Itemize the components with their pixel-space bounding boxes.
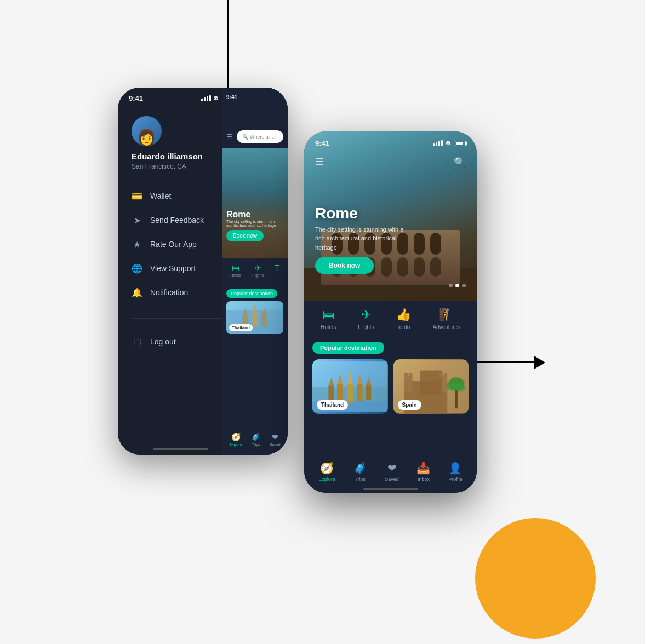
saved-nav-icon: ❤ (387, 462, 397, 475)
hero-section: 9:41 ⊛ ☰ 🔍 Rome The city setti (304, 131, 477, 301)
svg-marker-1 (253, 303, 258, 313)
logout-icon: ⬚ (132, 336, 142, 347)
partial-time: 9:41 (226, 94, 237, 100)
phone-menu-screen: 9:41 ⊛ 👩 Eduardo illiamson San Franc (118, 88, 288, 455)
svg-rect-44 (444, 373, 447, 377)
svg-rect-38 (404, 376, 412, 392)
adventures-label: Adventures (432, 324, 460, 330)
user-location: San Francisco, CA (132, 163, 230, 170)
partial-search-input[interactable]: 🔍 Where are you (237, 130, 283, 143)
svg-rect-32 (328, 385, 334, 400)
hero-wifi-icon: ⊛ (446, 140, 450, 147)
hero-city-name: Rome (315, 205, 466, 222)
spain-card[interactable]: Spain (393, 359, 469, 414)
carousel-dot-3 (462, 284, 466, 288)
inbox-nav-label: Inbox (418, 476, 430, 482)
partial-explore-label: Explore (229, 442, 242, 446)
partial-todo-nav: T (275, 263, 279, 277)
saved-nav-label: Saved (385, 476, 399, 482)
search-button[interactable]: 🔍 (454, 156, 466, 168)
svg-rect-6 (261, 315, 267, 327)
svg-rect-40 (420, 371, 442, 395)
partial-saved-tab[interactable]: ❤ Saved (270, 433, 281, 446)
destination-grid: Thailand (312, 359, 469, 414)
category-adventures[interactable]: 🧗 Adventures (432, 308, 460, 330)
partial-hotels-icon: 🛏 (232, 263, 239, 272)
flights-icon: ✈ (361, 308, 371, 322)
send-feedback-icon: ➤ (132, 215, 142, 226)
partial-hotels-nav: 🛏 Hotels (230, 263, 241, 277)
popular-badge: Popular destination (312, 342, 384, 354)
partial-flights-label: Flights (252, 273, 264, 277)
partial-status-bar: 9:41 (222, 88, 288, 103)
explore-nav-icon: 🧭 (320, 462, 334, 475)
user-name: Eduardo illiamson (132, 152, 230, 161)
tab-inbox[interactable]: 📥 Inbox (416, 462, 430, 482)
thailand-label: Thailand (317, 400, 348, 410)
carousel-dot-2[interactable] (455, 284, 459, 288)
hero-battery-icon (455, 141, 466, 146)
partial-saved-label: Saved (270, 442, 281, 446)
category-flights[interactable]: ✈ Flights (358, 308, 374, 330)
signal-bar-4 (209, 95, 211, 101)
arrow-head (534, 356, 545, 369)
spain-label: Spain (398, 400, 421, 410)
tab-saved[interactable]: ❤ Saved (385, 462, 399, 482)
partial-rome-desc: The city setting is stun... rich archite… (226, 220, 281, 227)
profile-nav-label: Profile (448, 476, 463, 482)
svg-rect-2 (252, 313, 258, 327)
partial-bottom-nav: 🧭 Explore 🧳 Trips ❤ Saved (222, 428, 288, 455)
hotels-label: Hotels (321, 324, 336, 330)
hamburger-menu-icon[interactable]: ☰ (315, 156, 324, 168)
partial-explore-icon: 🧭 (231, 433, 241, 441)
tab-profile[interactable]: 👤 Profile (448, 462, 463, 482)
todo-icon: 👍 (396, 308, 411, 322)
notification-icon: 🔔 (132, 287, 142, 298)
thailand-card[interactable]: Thailand (312, 359, 388, 414)
partial-popular-badge: Popular destination (226, 289, 277, 298)
partial-book-button[interactable]: Book now (226, 230, 264, 242)
trips-nav-icon: 🧳 (353, 462, 367, 475)
trips-nav-label: Trips (355, 476, 366, 482)
partial-trips-icon: 🧳 (251, 433, 260, 441)
partial-thailand-label: Thailand (229, 324, 253, 331)
svg-rect-30 (357, 384, 363, 401)
partial-category-nav: 🛏 Hotels ✈ Flights T (222, 258, 288, 283)
partial-screen-content: 9:41 ☰ 🔍 Where are you Rome The city set… (222, 88, 288, 455)
menu-label-send-feedback: Send Feedback (150, 216, 204, 225)
book-now-button[interactable]: Book now (315, 257, 374, 274)
partial-popular-section: Popular destination Thailand (222, 283, 288, 338)
wallet-icon: 💳 (132, 191, 142, 202)
partial-trips-tab[interactable]: 🧳 Trips (251, 433, 260, 446)
carousel-dot-1 (449, 284, 453, 288)
avatar-image: 👩 (137, 128, 156, 146)
phone-main-screen: 9:41 ⊛ ☰ 🔍 Rome The city setti (304, 131, 477, 493)
partial-todo-icon: T (275, 263, 279, 272)
vertical-connector-line (227, 0, 229, 88)
svg-rect-26 (347, 384, 353, 404)
logout-label: Log out (150, 337, 176, 346)
svg-rect-34 (366, 385, 371, 400)
hero-battery-fill (456, 142, 463, 145)
hero-carousel-dots (449, 284, 466, 288)
partial-explore-tab[interactable]: 🧭 Explore (229, 433, 242, 446)
tab-trips[interactable]: 🧳 Trips (353, 462, 367, 482)
hero-signal-3 (438, 141, 440, 146)
partial-search-bar: ☰ 🔍 Where are you (222, 125, 288, 148)
hero-signal-4 (441, 140, 443, 146)
tab-explore[interactable]: 🧭 Explore (318, 462, 335, 482)
menu-label-rate-app: Rate Our App (150, 240, 197, 249)
bottom-navigation: 🧭 Explore 🧳 Trips ❤ Saved 📥 Inbox 👤 Prof… (304, 456, 477, 493)
menu-label-wallet: Wallet (150, 192, 171, 200)
svg-rect-42 (409, 373, 412, 377)
profile-nav-icon: 👤 (448, 462, 462, 475)
partial-search-placeholder: Where are you (250, 134, 282, 140)
partial-saved-icon: ❤ (272, 433, 278, 441)
category-hotels[interactable]: 🛏 Hotels (321, 308, 336, 330)
partial-trips-label: Trips (252, 442, 260, 446)
todo-label: To do (397, 324, 410, 330)
explore-nav-label: Explore (318, 476, 335, 482)
category-todo[interactable]: 👍 To do (396, 308, 411, 330)
hero-signal-1 (433, 143, 435, 146)
partial-thailand-card[interactable]: Thailand (226, 301, 283, 334)
